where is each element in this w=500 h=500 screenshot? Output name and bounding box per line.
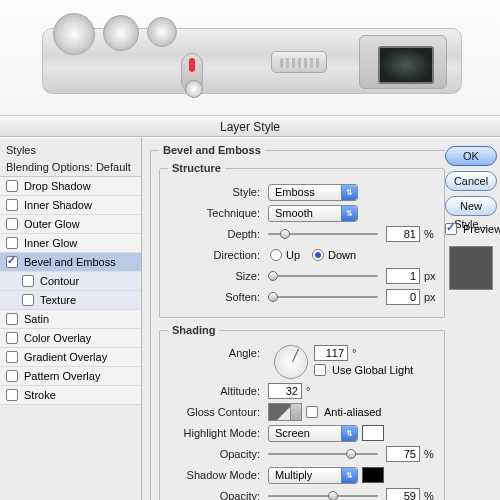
style-dropdown[interactable]: Emboss⇅: [268, 184, 358, 201]
camera-dial: [103, 15, 139, 51]
angle-input[interactable]: 117: [314, 345, 348, 361]
shadow-opacity-slider[interactable]: [268, 489, 378, 500]
sidebar-item-label: Outer Glow: [24, 218, 80, 230]
shading-group: Shading Angle: 117° Use Global Light Alt…: [159, 324, 445, 500]
camera-switch: [181, 53, 203, 93]
checkbox[interactable]: [6, 313, 18, 325]
sidebar-item-label: Inner Shadow: [24, 199, 92, 211]
sidebar-item-label: Satin: [24, 313, 49, 325]
altitude-input[interactable]: 32: [268, 383, 302, 399]
sidebar-item-pattern-overlay[interactable]: Pattern Overlay: [0, 367, 141, 386]
sidebar-item-drop-shadow[interactable]: Drop Shadow: [0, 177, 141, 196]
angle-wheel[interactable]: [274, 345, 308, 379]
checkbox[interactable]: [6, 370, 18, 382]
camera-dial: [147, 17, 177, 47]
gloss-contour-picker[interactable]: [268, 403, 302, 421]
depth-slider[interactable]: [268, 227, 378, 241]
soften-label: Soften:: [168, 291, 260, 303]
altitude-label: Altitude:: [168, 385, 260, 397]
styles-sidebar: Styles Blending Options: Default Drop Sh…: [0, 138, 142, 500]
sidebar-item-outer-glow[interactable]: Outer Glow: [0, 215, 141, 234]
sidebar-item-gradient-overlay[interactable]: Gradient Overlay: [0, 348, 141, 367]
chevron-updown-icon: ⇅: [341, 426, 357, 441]
cancel-button[interactable]: Cancel: [445, 171, 497, 191]
sidebar-item-stroke[interactable]: Stroke: [0, 386, 141, 405]
shadow-color-swatch[interactable]: [362, 467, 384, 483]
dialog-buttons: OK Cancel New Style... Preview: [445, 138, 500, 500]
checkbox[interactable]: [6, 180, 18, 192]
shadow-opacity-label: Opacity:: [168, 490, 260, 500]
checkbox[interactable]: [6, 256, 18, 268]
sidebar-item-satin[interactable]: Satin: [0, 310, 141, 329]
checkbox[interactable]: [6, 351, 18, 363]
camera-body: [42, 28, 462, 94]
sidebar-item-bevel-emboss[interactable]: Bevel and Emboss: [0, 253, 141, 272]
soften-input[interactable]: 0: [386, 289, 420, 305]
radio-label: Up: [286, 249, 300, 261]
style-label: Style:: [168, 186, 260, 198]
size-slider[interactable]: [268, 269, 378, 283]
checkbox[interactable]: [6, 237, 18, 249]
highlight-opacity-label: Opacity:: [168, 448, 260, 460]
camera-render: [0, 0, 500, 115]
highlight-mode-dropdown[interactable]: Screen⇅: [268, 425, 358, 442]
structure-group: Structure Style: Emboss⇅ Technique: Smoo…: [159, 162, 445, 318]
sidebar-item-inner-glow[interactable]: Inner Glow: [0, 234, 141, 253]
checkbox[interactable]: [6, 199, 18, 211]
sidebar-header-styles[interactable]: Styles: [0, 142, 141, 158]
chevron-updown-icon: ⇅: [341, 185, 357, 200]
radio-label: Down: [328, 249, 356, 261]
ok-button[interactable]: OK: [445, 146, 497, 166]
direction-label: Direction:: [168, 249, 260, 261]
camera-flash: [271, 51, 327, 73]
anti-aliased-checkbox[interactable]: [306, 406, 318, 418]
sidebar-item-label: Stroke: [24, 389, 56, 401]
size-label: Size:: [168, 270, 260, 282]
technique-label: Technique:: [168, 207, 260, 219]
unit-label: %: [424, 228, 434, 240]
sidebar-item-label: Contour: [40, 275, 79, 287]
sidebar-item-texture[interactable]: Texture: [0, 291, 141, 310]
unit-label: px: [424, 270, 436, 282]
new-style-button[interactable]: New Style...: [445, 196, 497, 216]
sidebar-item-inner-shadow[interactable]: Inner Shadow: [0, 196, 141, 215]
dropdown-value: Screen: [275, 427, 310, 439]
checkbox[interactable]: [6, 389, 18, 401]
sidebar-item-label: Bevel and Emboss: [24, 256, 116, 268]
settings-panel: Bevel and Emboss Structure Style: Emboss…: [142, 138, 445, 500]
shadow-mode-dropdown[interactable]: Multiply⇅: [268, 467, 358, 484]
chevron-updown-icon: ⇅: [341, 206, 357, 221]
camera-dial: [53, 13, 95, 55]
checkbox[interactable]: [6, 218, 18, 230]
shading-legend: Shading: [168, 324, 219, 336]
sidebar-item-label: Inner Glow: [24, 237, 77, 249]
depth-input[interactable]: 81: [386, 226, 420, 242]
camera-viewfinder: [359, 35, 447, 89]
sidebar-header-blending[interactable]: Blending Options: Default: [0, 158, 141, 177]
gloss-contour-label: Gloss Contour:: [168, 406, 260, 418]
sidebar-item-contour[interactable]: Contour: [0, 272, 141, 291]
chevron-updown-icon: ⇅: [341, 468, 357, 483]
direction-down-radio[interactable]: [312, 249, 324, 261]
checkbox[interactable]: [6, 332, 18, 344]
global-light-checkbox[interactable]: [314, 364, 326, 376]
highlight-mode-label: Highlight Mode:: [168, 427, 260, 439]
dialog-body: Styles Blending Options: Default Drop Sh…: [0, 137, 500, 500]
structure-legend: Structure: [168, 162, 225, 174]
highlight-opacity-input[interactable]: 75: [386, 446, 420, 462]
checkbox[interactable]: [22, 275, 34, 287]
sidebar-item-label: Drop Shadow: [24, 180, 91, 192]
size-input[interactable]: 1: [386, 268, 420, 284]
shadow-opacity-input[interactable]: 59: [386, 488, 420, 500]
preview-checkbox[interactable]: [445, 223, 457, 235]
soften-slider[interactable]: [268, 290, 378, 304]
checkbox[interactable]: [22, 294, 34, 306]
highlight-color-swatch[interactable]: [362, 425, 384, 441]
preview-swatch: [449, 246, 493, 290]
sidebar-item-color-overlay[interactable]: Color Overlay: [0, 329, 141, 348]
bevel-emboss-group: Bevel and Emboss Structure Style: Emboss…: [150, 144, 445, 500]
direction-up-radio[interactable]: [270, 249, 282, 261]
highlight-opacity-slider[interactable]: [268, 447, 378, 461]
technique-dropdown[interactable]: Smooth⇅: [268, 205, 358, 222]
unit-label: %: [424, 490, 434, 500]
